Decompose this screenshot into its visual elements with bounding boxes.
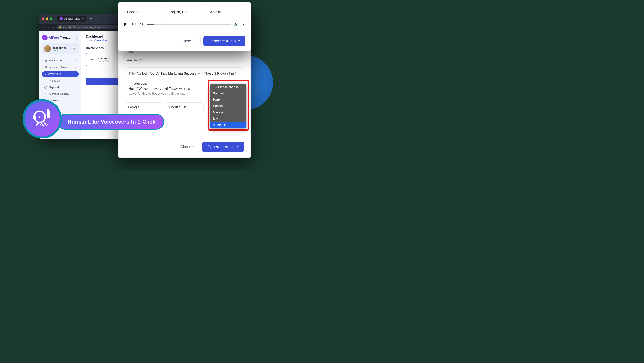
bullet-icon: [48, 80, 48, 81]
sidebar-sub-video-list[interactable]: Video List: [42, 78, 79, 84]
feature-badge-icon: [22, 99, 62, 139]
play-icon[interactable]: [124, 22, 127, 26]
chevron-down-icon: ⌄: [157, 11, 159, 14]
chevron-right-icon: ›: [76, 86, 77, 88]
more-icon[interactable]: ⋮: [242, 22, 246, 27]
upload-title: Add Audi: [98, 57, 109, 60]
window-max-btn[interactable]: [50, 18, 52, 20]
sparkle-icon: ✶: [238, 39, 240, 43]
dropdown-placeholder: - Please choose -: [210, 84, 246, 90]
user-status: • online: [53, 49, 66, 51]
provider-select[interactable]: Google⌄: [125, 102, 163, 112]
sidebar-item-hyper-mode[interactable]: ◯ Hyper Mode ›: [42, 84, 79, 90]
chevron-down-icon: ⌄: [240, 11, 242, 14]
window-min-btn[interactable]: [46, 18, 48, 20]
headphone-profile-icon: [30, 106, 55, 132]
window-close-btn[interactable]: [42, 18, 44, 20]
mic-icon: ●: [44, 92, 47, 95]
voice-select[interactable]: Amelia⌄: [207, 7, 246, 17]
generate-audio-button[interactable]: Generate Audio✶: [204, 36, 246, 46]
close-x-icon: ×: [192, 145, 195, 149]
enter-text-label: Enter Text *: [125, 58, 142, 62]
dropdown-item-selected[interactable]: ✓Amelia: [210, 122, 246, 128]
sidebar-toggle-icon[interactable]: ⇤: [75, 36, 79, 40]
dropdown-item[interactable]: Lily: [210, 116, 246, 122]
svg-point-3: [38, 116, 40, 118]
reload-icon[interactable]: ⟳: [52, 26, 54, 29]
dropdown-item[interactable]: Sophia: [210, 103, 246, 109]
new-tab-icon[interactable]: +: [90, 17, 92, 21]
avatar: [44, 45, 51, 52]
provider-select[interactable]: Google⌄: [124, 7, 162, 17]
audio-player: 0:00 / 1:35 🔊 ⋮: [124, 21, 246, 28]
nav-label: Hyper Mode: [49, 86, 63, 89]
user-box[interactable]: ram_rawat • online ⚙: [42, 43, 79, 54]
logo-text1: AIFace: [49, 36, 60, 40]
chevron-down-icon: ⌄: [198, 11, 201, 14]
sidebar-item-advanced-mode[interactable]: ▤ Advanced Mode ⌃: [42, 64, 79, 70]
back-icon[interactable]: ←: [42, 26, 44, 29]
forward-icon[interactable]: →: [47, 26, 50, 29]
tab-favicon: [60, 17, 63, 20]
svg-rect-4: [47, 111, 50, 118]
user-name: ram_rawat: [53, 46, 66, 49]
chevron-right-icon: ›: [76, 59, 77, 62]
generate-audio-button[interactable]: Generate Audio✶: [202, 142, 244, 152]
chevron-down-icon: ⌄: [198, 106, 200, 109]
progress-fill: [147, 24, 154, 25]
dropdown-item[interactable]: Harry: [210, 97, 246, 103]
nav-label: Easy Mode: [49, 59, 62, 62]
language-select[interactable]: English, US⌄: [165, 7, 204, 17]
nav-sub-label: Video List: [50, 79, 60, 82]
sidebar-item-easy-mode[interactable]: ▦ Easy Mode ›: [42, 57, 79, 64]
sidebar-item-ai-image[interactable]: ● AI Image Generator: [42, 90, 79, 97]
audio-time: 0:00 / 1:35: [130, 23, 144, 26]
bullet-icon: [45, 74, 46, 75]
nav-label: Advanced Mode: [49, 66, 68, 69]
logo: AIFaceFrenzy ⇤: [42, 34, 79, 43]
voice-dropdown-highlight: - Please choose - Samuel Harry Sophia Ge…: [208, 80, 249, 131]
upload-subtitle: Upload You: [98, 60, 109, 62]
voice-dropdown[interactable]: - Please choose - Samuel Harry Sophia Ge…: [210, 84, 246, 128]
browser-tab[interactable]: AiFaceFrenzy ×: [57, 16, 86, 22]
chevron-up-icon: ⌃: [75, 66, 77, 68]
dropdown-item[interactable]: Samuel: [210, 90, 246, 97]
check-icon: ✓: [213, 123, 216, 127]
logo-icon: [42, 35, 48, 41]
svg-rect-2: [44, 115, 46, 119]
plus-icon: +: [90, 57, 95, 62]
nav-sub-label: Create Video: [47, 73, 61, 76]
close-button[interactable]: Close×: [177, 36, 201, 46]
grid-icon: ▦: [44, 59, 47, 62]
tab-title: AiFaceFrenzy: [64, 17, 80, 20]
close-button[interactable]: Close×: [176, 142, 200, 152]
language-select[interactable]: English, US⌄: [166, 102, 204, 112]
breadcrumb-active: Create Video: [94, 39, 108, 42]
audio-progress[interactable]: [147, 24, 231, 25]
text-line: Title: "Unlock Your Affiliate Marketing …: [128, 71, 240, 76]
required-asterisk: *: [141, 58, 142, 62]
gear-icon[interactable]: ⚙: [72, 46, 77, 51]
svg-rect-5: [47, 109, 49, 112]
breadcrumb-home[interactable]: Home: [86, 39, 92, 42]
logo-text2: Frenzy: [60, 36, 70, 40]
lock-icon: 🔒: [59, 26, 62, 29]
tab-close-icon[interactable]: ×: [82, 17, 84, 21]
url-text: app.aifacefrenzy.com/create_video: [63, 26, 100, 29]
layout-icon: ▤: [44, 65, 47, 69]
close-x-icon: ×: [192, 39, 196, 43]
nav-label: AI Image Generator: [49, 92, 72, 95]
dropdown-item[interactable]: George: [210, 109, 246, 116]
chevron-down-icon: ⌄: [157, 106, 160, 109]
sparkle-icon: ✶: [236, 145, 239, 149]
sidebar-sub-create-video[interactable]: Create Video: [42, 71, 79, 77]
svg-rect-1: [33, 115, 36, 119]
audio-controls-modal: Google⌄ English, US⌄ Amelia⌄ 0:00 / 1:35…: [118, 2, 251, 51]
feature-badge-text: Human-Like Voiceovers In 1-Click: [57, 114, 164, 130]
circle-icon: ◯: [44, 86, 47, 89]
volume-icon[interactable]: 🔊: [234, 22, 239, 27]
